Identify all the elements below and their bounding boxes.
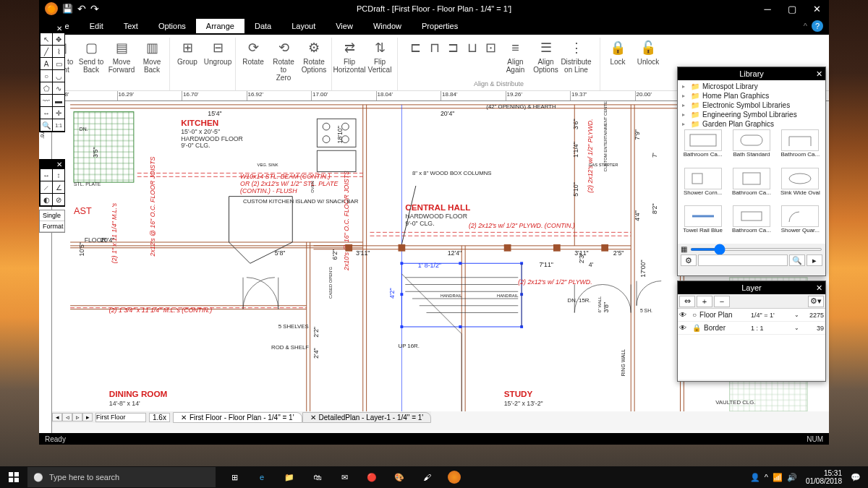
- sheet-nav[interactable]: ◂◃▹▸: [52, 413, 93, 421]
- flip-v-button[interactable]: ⇅Flip Vertical: [365, 38, 394, 75]
- align-right-button[interactable]: ⊐: [445, 38, 462, 59]
- layer-add-button[interactable]: +: [697, 296, 712, 307]
- library-close-icon[interactable]: ✕: [816, 69, 822, 79]
- task-view-icon[interactable]: ⊞: [221, 466, 247, 488]
- library-tree[interactable]: ▸📁Microspot Library ▸📁Home Plan Graphics…: [678, 80, 825, 128]
- taskbar-search[interactable]: ⚪Type here to search: [27, 467, 216, 487]
- layer-remove-button[interactable]: −: [714, 296, 730, 307]
- menu-arrange[interactable]: Arrange: [196, 19, 244, 33]
- menu-text[interactable]: Text: [114, 19, 148, 33]
- menu-layout[interactable]: Layout: [281, 19, 326, 33]
- eye-icon[interactable]: 👁: [679, 311, 689, 319]
- store-icon[interactable]: 🛍: [304, 466, 330, 488]
- text-tool[interactable]: A: [41, 58, 52, 69]
- tray-network-icon[interactable]: 📶: [773, 473, 783, 482]
- layer-link-icon[interactable]: ⇔: [679, 296, 695, 307]
- unlock-button[interactable]: 🔓Unlock: [634, 38, 663, 67]
- layer-settings-icon[interactable]: ⚙▾: [808, 296, 824, 307]
- polyline-tool[interactable]: ⌇: [53, 46, 64, 57]
- toolbox2-close-icon[interactable]: ✕: [56, 160, 62, 169]
- help-button[interactable]: ?: [812, 20, 823, 32]
- move-forward-button[interactable]: ▤Move Forward: [107, 38, 136, 75]
- align-center-button[interactable]: ⊓: [426, 38, 443, 59]
- menu-view[interactable]: View: [326, 19, 363, 33]
- adim-tool[interactable]: ⟋: [41, 181, 52, 193]
- angle-tool[interactable]: ∠: [53, 181, 64, 193]
- save-icon[interactable]: 💾: [62, 4, 73, 14]
- redo-icon[interactable]: ↷: [90, 3, 99, 14]
- rect-tool[interactable]: ▭: [53, 58, 64, 69]
- app2-icon[interactable]: 🖌: [414, 466, 440, 488]
- point-tool[interactable]: ✛: [53, 107, 64, 119]
- lock-button[interactable]: 🔒Lock: [603, 38, 632, 67]
- maximize-button[interactable]: ▢: [780, 0, 804, 17]
- app1-icon[interactable]: 🎨: [386, 466, 412, 488]
- hdim-tool[interactable]: ↔: [41, 169, 52, 181]
- library-add-icon[interactable]: ▸: [807, 254, 822, 266]
- minimize-button[interactable]: ─: [755, 0, 780, 17]
- pcdraft-icon[interactable]: [441, 466, 467, 488]
- flip-h-button[interactable]: ⇄Flip Horizontal: [335, 38, 364, 75]
- library-zoom-slider[interactable]: [690, 248, 822, 251]
- zoom-tool[interactable]: 🔍: [41, 119, 52, 131]
- group-button[interactable]: ⊞Group: [173, 38, 202, 67]
- mail-icon[interactable]: ✉: [331, 466, 357, 488]
- align-middle-button[interactable]: ⊡: [482, 38, 500, 59]
- taskbar-clock[interactable]: 15:3101/08/2018: [801, 469, 846, 485]
- layer-list[interactable]: 👁 ○ Floor Plan 1/4" = 1'⌄ 2275 👁 🔒 Borde…: [678, 309, 825, 380]
- distribute-button[interactable]: ⋮Distribute on Line: [562, 38, 591, 75]
- pointer-tool[interactable]: ↖: [41, 33, 52, 45]
- align-left-button[interactable]: ⊏: [407, 38, 425, 59]
- radius-tool[interactable]: ◐: [41, 194, 52, 205]
- menu-options[interactable]: Options: [148, 19, 196, 33]
- arc-tool[interactable]: ◡: [53, 70, 64, 82]
- explorer-icon[interactable]: 📁: [276, 466, 302, 488]
- lock-icon[interactable]: 1:1: [53, 119, 64, 131]
- mode-single[interactable]: Single: [40, 210, 64, 221]
- align-top-button[interactable]: ⊔: [464, 38, 481, 59]
- grid-icon[interactable]: ▦: [681, 245, 687, 253]
- undo-icon[interactable]: ↶: [77, 3, 86, 14]
- menu-edit[interactable]: Edit: [80, 19, 114, 33]
- send-to-back-button[interactable]: ▢Send to Back: [77, 38, 106, 75]
- layer-close-icon[interactable]: ✕: [816, 283, 822, 293]
- rotate-zero-button[interactable]: ⟲Rotate to Zero: [269, 38, 298, 83]
- layer-lock-icon[interactable]: ○: [692, 311, 697, 319]
- menu-data[interactable]: Data: [244, 19, 281, 33]
- library-grid[interactable]: Bathroom Ca... Bath Standard Bathroom Ca…: [678, 128, 825, 244]
- library-settings-icon[interactable]: ⚙: [681, 254, 697, 266]
- sheet-name-input[interactable]: [95, 413, 146, 422]
- menu-properties[interactable]: Properties: [412, 19, 468, 33]
- move-back-button[interactable]: ▥Move Back: [137, 38, 166, 75]
- library-search-icon[interactable]: 🔍: [789, 254, 805, 266]
- menu-window[interactable]: Window: [363, 19, 412, 33]
- chrome-icon[interactable]: 🔴: [359, 466, 385, 488]
- rotate-options-button[interactable]: ⚙Rotate Options: [299, 38, 328, 75]
- layer-lock-icon[interactable]: 🔒: [692, 324, 701, 332]
- close-button[interactable]: ✕: [804, 0, 829, 17]
- sheet-tab-2[interactable]: ✕DetailedPlan - Layer-1 - 1/4" = 1': [302, 412, 432, 423]
- move-tool[interactable]: ✥: [53, 33, 64, 45]
- tray-volume-icon[interactable]: 🔊: [787, 473, 797, 482]
- line-tool[interactable]: ╱: [41, 46, 52, 57]
- freehand-tool[interactable]: 〰: [41, 95, 52, 106]
- tray-up-icon[interactable]: ^: [765, 473, 768, 481]
- tray-people-icon[interactable]: 👤: [750, 473, 760, 482]
- toolbox-close-icon[interactable]: ✕: [56, 25, 62, 33]
- wall-tool[interactable]: ▬: [53, 95, 64, 106]
- rotate-button[interactable]: ⟳Rotate: [239, 38, 268, 67]
- library-search-input[interactable]: [698, 254, 788, 266]
- vdim-tool[interactable]: ↕: [53, 169, 64, 181]
- notifications-icon[interactable]: 💬: [851, 473, 861, 482]
- edge-icon[interactable]: e: [249, 466, 275, 488]
- collapse-ribbon-icon[interactable]: ^: [804, 22, 807, 30]
- curve-tool[interactable]: ∿: [53, 82, 64, 94]
- align-again-button[interactable]: ≡Align Again: [501, 38, 530, 75]
- align-options-button[interactable]: ☰Align Options: [532, 38, 561, 75]
- dim-tool[interactable]: ↔: [41, 107, 52, 119]
- ungroup-button[interactable]: ⊟Ungroup: [203, 38, 232, 67]
- sheet-tab-1[interactable]: ✕First Floor - Floor Plan - 1/4" = 1': [173, 412, 302, 423]
- eye-icon[interactable]: 👁: [679, 324, 689, 332]
- diameter-tool[interactable]: ⊘: [53, 194, 64, 205]
- poly-tool[interactable]: ⬠: [41, 82, 52, 94]
